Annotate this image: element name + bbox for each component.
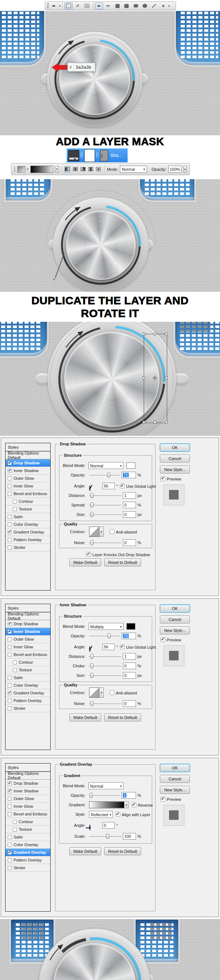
- make-default-button[interactable]: Make Default: [69, 558, 101, 566]
- checkbox-icon[interactable]: [13, 668, 17, 672]
- styles-list-item-pattern-overlay[interactable]: Pattern Overlay: [5, 536, 50, 544]
- checkbox-icon[interactable]: [8, 461, 12, 465]
- checkbox-icon[interactable]: [13, 820, 17, 824]
- styles-list-item-satin[interactable]: Satin: [5, 513, 50, 521]
- gradient-caret[interactable]: ▾: [124, 802, 129, 808]
- reset-to-default-button[interactable]: Reset to Default: [104, 713, 141, 721]
- angle-dial[interactable]: [89, 646, 91, 652]
- checkbox-icon[interactable]: [8, 515, 12, 519]
- shadow-color-swatch[interactable]: [127, 624, 135, 630]
- angle-field[interactable]: 56: [102, 483, 115, 489]
- opacity-field[interactable]: 100%: [168, 165, 181, 173]
- styles-list-item-drop-shadow[interactable]: Drop Shadow: [5, 780, 50, 787]
- shape-layers-button[interactable]: [64, 3, 72, 10]
- checkbox-icon[interactable]: [8, 866, 12, 870]
- checkbox-icon[interactable]: [161, 476, 165, 481]
- transform-handle-top-center[interactable]: [154, 333, 156, 335]
- pen-tool-button[interactable]: ✒: [95, 3, 103, 10]
- styles-list-header[interactable]: Styles: [5, 604, 50, 612]
- spread-slider[interactable]: [89, 503, 121, 508]
- preset-caret-icon[interactable]: ▾: [27, 167, 29, 171]
- checkbox-icon[interactable]: [132, 803, 136, 807]
- styles-list-item-satin[interactable]: Satin: [5, 674, 50, 682]
- checkbox-icon[interactable]: [8, 645, 12, 649]
- checkbox-icon[interactable]: [120, 484, 125, 488]
- layer-name-label[interactable]: Sha...: [110, 153, 122, 158]
- opacity-field[interactable]: 1: [121, 792, 136, 799]
- styles-list-item-gradient-overlay[interactable]: Gradient Overlay: [5, 849, 50, 856]
- distance-slider[interactable]: [89, 654, 121, 659]
- styles-list-blending-options[interactable]: Blending Options: Default: [5, 612, 50, 620]
- distance-field[interactable]: 1: [123, 653, 136, 660]
- checkbox-icon[interactable]: [8, 781, 12, 786]
- transform-handle-middle-right[interactable]: [165, 377, 167, 379]
- new-style-button[interactable]: New Style...: [160, 627, 190, 635]
- clipped-layer-thumbnail[interactable]: (: [100, 150, 108, 161]
- transform-handle-bottom-center[interactable]: [154, 421, 156, 423]
- use-global-light-option[interactable]: Use Global Light: [120, 645, 156, 649]
- contour-thumbnail[interactable]: [89, 687, 100, 698]
- size-field[interactable]: 0: [123, 511, 136, 518]
- checkbox-icon[interactable]: [8, 630, 12, 634]
- checkbox-icon[interactable]: [8, 797, 12, 801]
- size-slider[interactable]: [89, 512, 121, 517]
- checkbox-icon[interactable]: [8, 835, 12, 839]
- ok-button[interactable]: OK: [160, 444, 190, 452]
- angle-field[interactable]: 56: [102, 644, 115, 650]
- rounded-rectangle-tool-button[interactable]: [122, 3, 130, 10]
- use-global-light-option[interactable]: Use Global Light: [120, 484, 156, 488]
- styles-list-item-texture[interactable]: Texture: [5, 666, 50, 674]
- noise-slider[interactable]: [89, 701, 121, 706]
- contour-caret[interactable]: ▾: [100, 687, 104, 698]
- contour-thumbnail[interactable]: [89, 527, 100, 537]
- styles-list-item-drop-shadow[interactable]: Drop Shadow: [5, 620, 50, 628]
- make-default-button[interactable]: Make Default: [69, 713, 101, 721]
- layer-knocks-out-option[interactable]: Layer Knocks Out Drop Shadow: [86, 552, 150, 557]
- styles-list-header[interactable]: Styles: [5, 764, 50, 772]
- anti-aliased-option[interactable]: Anti-aliased: [110, 690, 137, 695]
- noise-slider[interactable]: [89, 540, 121, 545]
- cancel-button[interactable]: Cancel: [160, 775, 190, 783]
- preview-option[interactable]: Preview: [161, 637, 181, 642]
- checkbox-icon[interactable]: [8, 851, 12, 854]
- checkbox-icon[interactable]: [8, 530, 12, 534]
- distance-field[interactable]: 1: [123, 492, 136, 499]
- contour-caret[interactable]: ▾: [100, 527, 104, 537]
- styles-list-item-stroke[interactable]: Stroke: [5, 544, 50, 551]
- checkbox-icon[interactable]: [8, 789, 12, 793]
- styles-list-item-inner-shadow[interactable]: Inner Shadow: [5, 467, 50, 475]
- align-with-layer-option[interactable]: Align with Layer: [116, 812, 150, 817]
- styles-list-item-drop-shadow[interactable]: Drop Shadow: [5, 459, 50, 467]
- checkbox-icon[interactable]: [8, 691, 12, 695]
- gradient-tool-preset-icon[interactable]: [17, 166, 25, 173]
- checkbox-icon[interactable]: [8, 858, 12, 862]
- ellipse-tool-button[interactable]: [132, 3, 140, 10]
- opacity-slider[interactable]: [89, 633, 120, 638]
- styles-list-item-gradient-overlay[interactable]: Gradient Overlay: [5, 528, 50, 536]
- checkbox-icon[interactable]: [13, 507, 17, 511]
- size-slider[interactable]: [89, 673, 121, 678]
- opacity-field[interactable]: 71: [121, 472, 136, 478]
- style-dropdown[interactable]: Reflected: [89, 811, 112, 818]
- linear-gradient-button[interactable]: [64, 166, 71, 173]
- styles-list-item-outer-glow[interactable]: Outer Glow: [5, 475, 50, 482]
- checkbox-icon[interactable]: [8, 805, 12, 808]
- custom-shape-tool-button[interactable]: ★: [159, 3, 167, 10]
- fill-pixels-button[interactable]: [83, 3, 91, 10]
- transform-handle-middle-left[interactable]: [143, 377, 145, 379]
- angle-dial[interactable]: [89, 824, 91, 830]
- blend-mode-dropdown[interactable]: Multiply: [88, 623, 124, 630]
- checkbox-icon[interactable]: [8, 546, 12, 550]
- ok-button[interactable]: OK: [160, 764, 190, 772]
- checkbox-icon[interactable]: [110, 690, 114, 695]
- checkbox-icon[interactable]: [120, 645, 125, 649]
- choke-slider[interactable]: [89, 663, 121, 668]
- checkbox-icon[interactable]: [13, 827, 17, 832]
- preview-option[interactable]: Preview: [161, 797, 181, 802]
- styles-list-item-inner-shadow[interactable]: Inner Shadow: [5, 787, 50, 795]
- opacity-caret-button[interactable]: ▸: [183, 165, 187, 173]
- shadow-color-swatch[interactable]: [127, 463, 135, 469]
- styles-list-item-texture[interactable]: Texture: [5, 505, 50, 513]
- opacity-slider[interactable]: [89, 473, 120, 477]
- diamond-gradient-button[interactable]: [96, 166, 101, 173]
